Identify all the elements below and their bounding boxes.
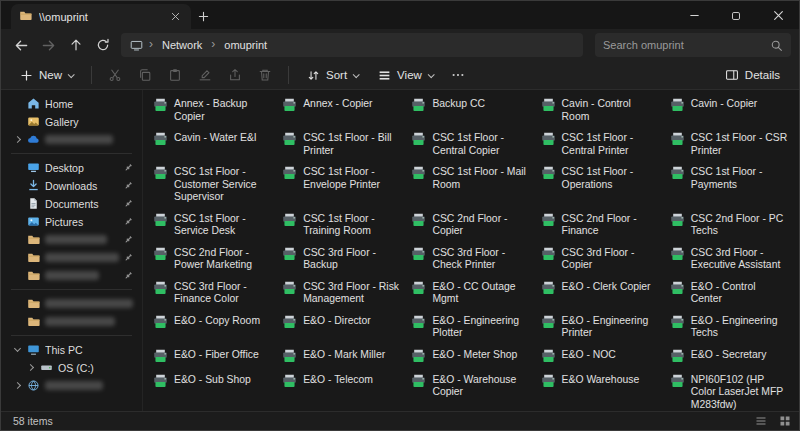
- sidebar-item-redacted[interactable]: [4, 313, 139, 330]
- tab-close-icon[interactable]: [167, 9, 183, 25]
- details-view-icon[interactable]: [755, 415, 767, 427]
- details-button[interactable]: Details: [716, 64, 789, 86]
- file-item[interactable]: E&O - Clerk Copier: [537, 278, 664, 309]
- file-item[interactable]: CSC 2nd Floor - PC Techs: [666, 210, 793, 241]
- file-item[interactable]: CSC 2nd Floor - Copier: [407, 210, 534, 241]
- chevron-right-icon[interactable]: [27, 364, 34, 371]
- chevron-down-icon: [68, 71, 75, 78]
- file-item[interactable]: E&O - Mark Miller: [278, 346, 405, 368]
- sidebar-item-gallery[interactable]: Gallery: [4, 113, 139, 130]
- sidebar-item-redacted[interactable]: [4, 295, 139, 312]
- breadcrumb[interactable]: › Network › omuprint: [121, 33, 583, 57]
- refresh-button[interactable]: [90, 33, 115, 57]
- minimize-button[interactable]: [673, 2, 715, 29]
- printer-icon: [411, 98, 426, 113]
- file-item[interactable]: E&O - Director: [278, 312, 405, 343]
- file-item[interactable]: E&O - Sub Shop: [149, 371, 276, 412]
- file-item[interactable]: CSC 3rd Floor - Check Printer: [407, 244, 534, 275]
- chevron-down-icon[interactable]: [14, 346, 21, 353]
- chevron-down-icon: [427, 71, 434, 78]
- file-item[interactable]: CSC 3rd Floor - Copier: [537, 244, 664, 275]
- file-item-label: E&O - Engineering Printer: [562, 315, 660, 340]
- file-area[interactable]: Annex - Backup CopierAnnex - CopierBacku…: [143, 90, 799, 411]
- sidebar-item-os-c[interactable]: OS (C:): [4, 359, 139, 376]
- file-item[interactable]: E&O - Engineering Printer: [537, 312, 664, 343]
- file-item[interactable]: CSC 1st Floor - Central Copier: [407, 129, 534, 160]
- file-item[interactable]: CSC 3rd Floor - Risk Management: [278, 278, 405, 309]
- maximize-button[interactable]: [715, 2, 757, 29]
- share-button[interactable]: [221, 63, 249, 87]
- file-item[interactable]: E&O - Secretary: [666, 346, 793, 368]
- file-item[interactable]: E&O - NOC: [537, 346, 664, 368]
- sidebar-item-redacted[interactable]: [4, 267, 139, 284]
- chevron-right-icon[interactable]: [14, 136, 21, 143]
- cut-button[interactable]: [101, 63, 129, 87]
- file-item[interactable]: Backup CC: [407, 95, 534, 126]
- file-item[interactable]: E&O - Engineering Techs: [666, 312, 793, 343]
- file-item[interactable]: CSC 1st Floor - Bill Printer: [278, 129, 405, 160]
- view-button[interactable]: View: [369, 65, 442, 86]
- sidebar-item-redacted[interactable]: [4, 131, 139, 148]
- file-item[interactable]: E&O - Fiber Office: [149, 346, 276, 368]
- search-box[interactable]: [595, 33, 791, 57]
- file-item[interactable]: E&O - Control Center: [666, 278, 793, 309]
- sort-button[interactable]: Sort: [298, 65, 367, 86]
- copy-button[interactable]: [131, 63, 159, 87]
- file-item[interactable]: E&O - Copy Room: [149, 312, 276, 343]
- thumbnails-view-icon[interactable]: [779, 415, 791, 427]
- new-button[interactable]: New: [11, 65, 82, 86]
- sidebar-item-this-pc[interactable]: This PC: [4, 341, 139, 358]
- forward-button[interactable]: [36, 33, 61, 57]
- file-item[interactable]: CSC 2nd Floor - Power Marketing: [149, 244, 276, 275]
- file-item[interactable]: Cavin - Control Room: [537, 95, 664, 126]
- file-item[interactable]: CSC 2nd Floor - Finance: [537, 210, 664, 241]
- file-item[interactable]: CSC 3rd Floor - Backup: [278, 244, 405, 275]
- search-input[interactable]: [603, 39, 764, 51]
- file-item[interactable]: CSC 1st Floor - Customer Service Supervi…: [149, 163, 276, 207]
- chevron-spacer: [14, 272, 21, 279]
- back-button[interactable]: [9, 33, 34, 57]
- up-button[interactable]: [63, 33, 88, 57]
- file-item[interactable]: Cavin - Water E&I: [149, 129, 276, 160]
- more-options-button[interactable]: [444, 63, 472, 87]
- file-item[interactable]: CSC 1st Floor - Envelope Printer: [278, 163, 405, 207]
- file-item[interactable]: Annex - Backup Copier: [149, 95, 276, 126]
- file-item[interactable]: Cavin - Copier: [666, 95, 793, 126]
- file-item[interactable]: E&O - Meter Shop: [407, 346, 534, 368]
- file-item[interactable]: CSC 1st Floor - Operations: [537, 163, 664, 207]
- sidebar-item-documents[interactable]: Documents: [4, 195, 139, 212]
- sidebar-item-redacted[interactable]: [4, 377, 139, 394]
- file-item[interactable]: CSC 1st Floor - Payments: [666, 163, 793, 207]
- sidebar-item-desktop[interactable]: Desktop: [4, 159, 139, 176]
- file-item[interactable]: NPI60F102 (HP Color LaserJet MFP M283fdw…: [666, 371, 793, 412]
- file-item[interactable]: E&O - Warehouse Copier: [407, 371, 534, 412]
- paste-button[interactable]: [161, 63, 189, 87]
- sidebar-item-redacted[interactable]: [4, 231, 139, 248]
- file-item[interactable]: CSC 1st Floor - CSR Printer: [666, 129, 793, 160]
- sidebar-item-downloads[interactable]: Downloads: [4, 177, 139, 194]
- file-item-label: CSC 1st Floor - Operations: [562, 166, 660, 191]
- file-item[interactable]: CSC 1st Floor - Training Room: [278, 210, 405, 241]
- file-item[interactable]: Annex - Copier: [278, 95, 405, 126]
- sidebar-item-redacted[interactable]: [4, 249, 139, 266]
- sidebar-item-pictures[interactable]: Pictures: [4, 213, 139, 230]
- file-item[interactable]: E&O Warehouse: [537, 371, 664, 412]
- file-item[interactable]: CSC 1st Floor - Service Desk: [149, 210, 276, 241]
- printer-icon: [411, 132, 426, 147]
- new-tab-button[interactable]: [191, 4, 215, 28]
- close-button[interactable]: [757, 2, 799, 29]
- breadcrumb-omuprint[interactable]: omuprint: [221, 38, 270, 52]
- chevron-right-icon[interactable]: [14, 382, 21, 389]
- breadcrumb-network[interactable]: Network: [159, 38, 205, 52]
- delete-button[interactable]: [251, 63, 279, 87]
- file-item[interactable]: CSC 3rd Floor - Finance Color: [149, 278, 276, 309]
- file-item[interactable]: CSC 3rd Floor - Executive Assistant: [666, 244, 793, 275]
- file-item[interactable]: E&O - Engineering Plotter: [407, 312, 534, 343]
- sidebar-item-home[interactable]: Home: [4, 95, 139, 112]
- file-item[interactable]: E&O - CC Outage Mgmt: [407, 278, 534, 309]
- file-item[interactable]: E&O - Telecom: [278, 371, 405, 412]
- rename-button[interactable]: [191, 63, 219, 87]
- window-tab[interactable]: \\omuprint: [11, 4, 191, 29]
- file-item[interactable]: CSC 1st Floor - Mail Room: [407, 163, 534, 207]
- file-item[interactable]: CSC 1st Floor - Central Printer: [537, 129, 664, 160]
